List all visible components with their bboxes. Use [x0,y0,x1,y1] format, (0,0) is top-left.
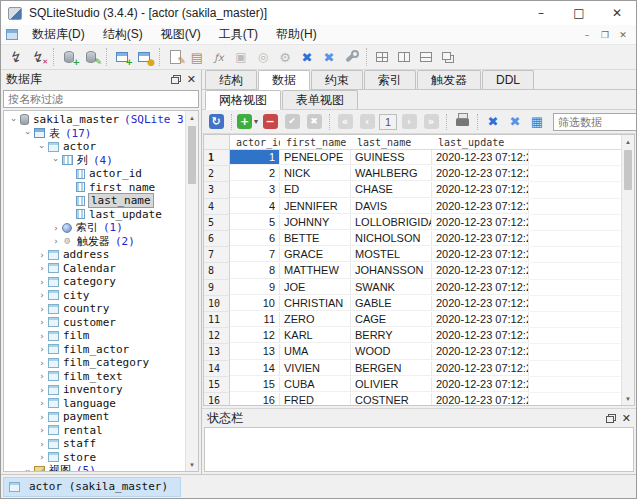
cell-last_name[interactable]: JOHANSSON [351,263,432,278]
cell-first_name[interactable]: FRED [280,393,351,405]
cell-last_name[interactable]: OLIVIER [351,377,432,392]
grid-insert-row-button[interactable]: + [237,112,258,131]
cell-first_name[interactable]: ZERO [280,312,351,327]
cell-first_name[interactable]: JOE [280,280,351,295]
cell-last_name[interactable]: COSTNER [351,393,432,405]
cell-actor_id[interactable]: 5 [230,215,280,230]
close-panel-icon[interactable]: ✕ [187,74,196,85]
grid-commit-all-button[interactable] [483,112,503,131]
column-header-last_update[interactable]: last_update [432,135,529,150]
chevron-right-icon[interactable]: › [36,425,48,435]
menu-item-4[interactable]: 帮助(H) [267,25,326,44]
tree-scrollbar[interactable]: ▲ ▼ [185,111,198,471]
tree-item-country[interactable]: ›country [4,302,185,316]
cell-first_name[interactable]: VIVIEN [280,361,351,376]
cell-last_name[interactable]: WOOD [351,344,432,359]
cell-last_name[interactable]: CAGE [351,312,432,327]
chevron-down-icon[interactable]: › [51,154,61,166]
tree-item-film_text[interactable]: ›film_text [4,370,185,384]
scroll-up-icon[interactable]: ▲ [186,111,198,124]
mdi-control-0[interactable]: – [578,30,596,40]
chevron-right-icon[interactable]: › [36,304,48,314]
grid-scrollbar-thumb[interactable] [624,150,632,190]
cell-first_name[interactable]: NICK [280,166,351,181]
open-ddl-history-button[interactable]: ● [133,47,155,67]
tab-DDL[interactable]: DDL [482,70,534,89]
menu-item-0[interactable]: 数据库(D) [23,25,94,44]
tree-item-inventory[interactable]: ›inventory [4,383,185,397]
tree-item-payment[interactable]: ›payment [4,410,185,424]
chevron-right-icon[interactable]: › [36,331,48,341]
tree-item-索引[interactable]: ›索引(1) [4,221,185,235]
chevron-right-icon[interactable]: › [36,290,48,300]
tree-item-category[interactable]: ›category [4,275,185,289]
cell-last_update[interactable]: 2020-12-23 07:12:29 [432,150,529,165]
cell-last_update[interactable]: 2020-12-23 07:12:29 [432,393,529,405]
row-header[interactable]: 4 [204,199,230,215]
tab-结构[interactable]: 结构 [205,70,257,89]
disconnect-button[interactable] [27,47,49,67]
chevron-down-icon[interactable]: › [23,465,33,471]
tree-scrollbar-thumb[interactable] [188,126,196,184]
column-header-last_name[interactable]: last_name [351,135,432,150]
cell-first_name[interactable]: ED [280,182,351,197]
cell-last_update[interactable]: 2020-12-23 07:12:29 [432,280,529,295]
tab-索引[interactable]: 索引 [364,70,416,89]
open-sql-editor-button[interactable]: + [111,47,133,67]
grid-delete-row-button[interactable]: − [260,112,280,131]
tree-item-actor_id[interactable]: actor_id [4,167,185,181]
tree-item-first_name[interactable]: first_name [4,181,185,195]
tree-item-列[interactable]: ›列(4) [4,154,185,168]
chevron-right-icon[interactable]: › [36,371,48,381]
grid-prev-page-button[interactable]: ‹ [357,112,377,131]
cell-last_update[interactable]: 2020-12-23 07:12:29 [432,215,529,230]
cell-actor_id[interactable]: 7 [230,247,280,262]
row-header[interactable]: 14 [204,361,230,377]
chevron-right-icon[interactable]: › [36,344,48,354]
cell-first_name[interactable]: CUBA [280,377,351,392]
tree-item-city[interactable]: ›city [4,289,185,303]
function-editor-button[interactable] [208,47,230,67]
cell-actor_id[interactable]: 13 [230,344,280,359]
cell-first_name[interactable]: PENELOPE [280,150,351,165]
chevron-right-icon[interactable]: › [36,385,48,395]
cell-last_update[interactable]: 2020-12-23 07:12:29 [432,377,529,392]
row-header[interactable]: 10 [204,296,230,312]
tree-item-rental[interactable]: ›rental [4,424,185,438]
tab-约束[interactable]: 约束 [311,70,363,89]
column-header-actor_id[interactable]: actor_id [230,135,280,150]
tree-item-address[interactable]: ›address [4,248,185,262]
tree-item-store[interactable]: ›store [4,451,185,465]
mdi-control-2[interactable]: ✕ [614,30,632,40]
tree-item-视图[interactable]: ›视图(5) [4,464,185,471]
chevron-right-icon[interactable]: › [36,277,48,287]
scroll-down-icon[interactable]: ▼ [186,458,198,471]
chevron-right-icon[interactable]: › [50,223,62,233]
tree-item-film_actor[interactable]: ›film_actor [4,343,185,357]
cell-last_update[interactable]: 2020-12-23 07:12:29 [432,312,529,327]
grid-commit-button[interactable]: ✔ [282,112,302,131]
scroll-down-icon[interactable]: ▼ [622,392,634,405]
cell-last_update[interactable]: 2020-12-23 07:12:29 [432,182,529,197]
cell-actor_id[interactable]: 3 [230,182,280,197]
grid-scrollbar[interactable]: ▲ ▼ [621,135,634,405]
tree-filter-input[interactable] [3,90,199,108]
row-header[interactable]: 1 [204,150,230,166]
tree-item-last_update[interactable]: last_update [4,208,185,222]
cell-last_update[interactable]: 2020-12-23 07:12:29 [432,166,529,181]
cell-first_name[interactable]: MATTHEW [280,263,351,278]
tree-item-film_category[interactable]: ›film_category [4,356,185,370]
chevron-right-icon[interactable]: › [36,398,48,408]
chevron-right-icon[interactable]: › [36,317,48,327]
float-panel-icon[interactable] [606,416,614,423]
cascade-windows-button[interactable] [437,47,459,67]
add-database-button[interactable]: + [58,47,80,67]
cell-actor_id[interactable]: 11 [230,312,280,327]
page-number-box[interactable]: 1 [379,114,397,130]
cell-last_name[interactable]: SWANK [351,280,432,295]
cell-first_name[interactable]: JOHNNY [280,215,351,230]
tree-item-film[interactable]: ›film [4,329,185,343]
tile-windows-horizontally-button[interactable] [393,47,415,67]
collapse-all-windows-button[interactable] [296,47,318,67]
subtab-网格视图[interactable]: 网格视图 [205,90,281,110]
